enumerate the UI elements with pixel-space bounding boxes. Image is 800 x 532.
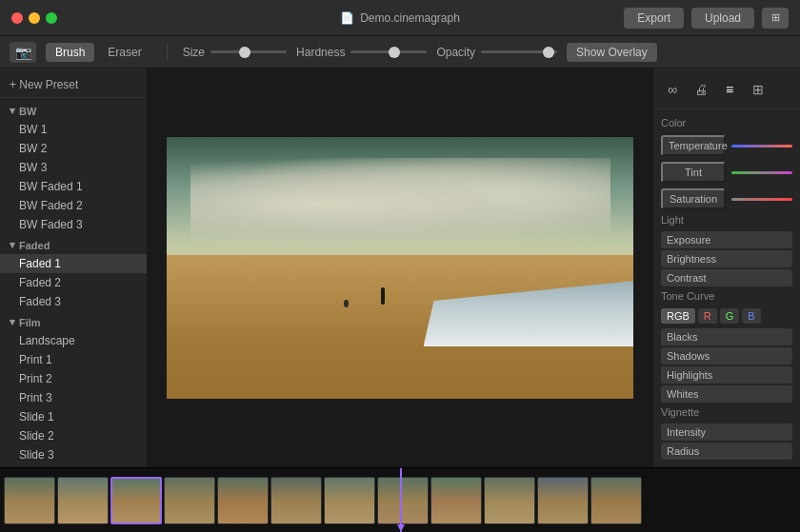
figure-layer xyxy=(381,287,385,305)
brightness-button[interactable]: Brightness xyxy=(661,250,792,267)
playhead[interactable] xyxy=(400,468,402,532)
new-preset-button[interactable]: + New Preset xyxy=(0,74,147,98)
size-slider-thumb[interactable] xyxy=(239,47,250,58)
film-thumb-9[interactable] xyxy=(430,477,482,524)
r-button[interactable]: R xyxy=(698,308,717,324)
exposure-button[interactable]: Exposure xyxy=(661,231,792,248)
size-slider[interactable] xyxy=(210,50,287,53)
preset-print3[interactable]: Print 3 xyxy=(0,388,147,407)
preset-group-bw-header[interactable]: ▾ BW xyxy=(0,102,147,120)
minimize-button[interactable] xyxy=(29,12,40,24)
temperature-button[interactable]: Temperature xyxy=(661,135,726,156)
temperature-slider[interactable] xyxy=(731,145,792,148)
preset-slide1[interactable]: Slide 1 xyxy=(0,407,147,426)
file-icon: 📄 xyxy=(340,11,354,25)
film-thumb-3[interactable] xyxy=(110,477,162,524)
preset-group-faded-header[interactable]: ▾ Faded xyxy=(0,236,147,254)
rgb-button[interactable]: RGB xyxy=(661,308,695,324)
maximize-button[interactable] xyxy=(46,12,57,24)
filmstrip-inner xyxy=(4,475,642,526)
panel-icon-row: ∞ 🖨 ≡ ⊞ xyxy=(653,74,800,109)
saturation-row: Saturation xyxy=(653,186,800,212)
preset-group-film-header[interactable]: ▾ Film xyxy=(0,313,147,331)
infinity-icon[interactable]: ∞ xyxy=(661,78,684,101)
opacity-slider-thumb[interactable] xyxy=(543,47,554,58)
preset-print2[interactable]: Print 2 xyxy=(0,369,147,388)
titlebar-actions: Export Upload ⊞ xyxy=(624,8,789,29)
temperature-row: Temperature xyxy=(653,132,800,159)
grid-icon[interactable]: ⊞ xyxy=(747,78,770,101)
highlights-button[interactable]: Highlights xyxy=(661,366,792,384)
film-thumb-12[interactable] xyxy=(590,477,642,524)
right-panel: ∞ 🖨 ≡ ⊞ Color Temperature Tint Saturatio… xyxy=(652,69,800,467)
light-section-title: Light xyxy=(653,212,800,229)
intensity-button[interactable]: Intensity xyxy=(661,424,792,441)
preset-faded3[interactable]: Faded 3 xyxy=(0,292,147,311)
film-thumb-5[interactable] xyxy=(217,477,269,524)
size-label: Size xyxy=(183,46,205,59)
blacks-button[interactable]: Blacks xyxy=(661,328,792,345)
film-thumb-7[interactable] xyxy=(324,477,375,524)
presets-sidebar: + New Preset ▾ BW BW 1 BW 2 BW 3 BW Fade… xyxy=(0,69,148,467)
preset-slide2[interactable]: Slide 2 xyxy=(0,426,147,445)
preset-landscape[interactable]: Landscape xyxy=(0,331,147,350)
show-overlay-button[interactable]: Show Overlay xyxy=(567,43,657,62)
hardness-slider-thumb[interactable] xyxy=(389,47,400,58)
size-control: Size xyxy=(183,46,287,59)
canvas-area[interactable] xyxy=(148,69,652,467)
hardness-slider[interactable] xyxy=(350,50,427,53)
radius-button[interactable]: Radius xyxy=(661,443,792,460)
upload-button[interactable]: Upload xyxy=(691,8,754,29)
preset-bw1[interactable]: BW 1 xyxy=(0,120,147,139)
titlebar: 📄 Demo.cinemagraph Export Upload ⊞ xyxy=(0,0,800,36)
layout-icon[interactable]: ⊞ xyxy=(762,8,789,29)
preset-group-bw: ▾ BW BW 1 BW 2 BW 3 BW Faded 1 BW Faded … xyxy=(0,102,147,234)
tint-slider[interactable] xyxy=(731,171,792,174)
canvas-image xyxy=(167,137,633,399)
film-thumb-10[interactable] xyxy=(484,477,535,524)
preset-slide3[interactable]: Slide 3 xyxy=(0,445,147,464)
contrast-button[interactable]: Contrast xyxy=(661,269,792,286)
preset-bwfaded3[interactable]: BW Faded 3 xyxy=(0,215,147,234)
preset-bwfaded2[interactable]: BW Faded 2 xyxy=(0,196,147,215)
preset-print1[interactable]: Print 1 xyxy=(0,350,147,369)
saturation-slider[interactable] xyxy=(731,198,792,201)
film-thumb-1[interactable] xyxy=(4,477,55,524)
vignette-section-title: Vignette xyxy=(653,404,800,422)
brush-tool-button[interactable]: Brush xyxy=(46,43,94,62)
tint-button[interactable]: Tint xyxy=(661,162,726,183)
close-button[interactable] xyxy=(11,12,23,24)
preset-bw3[interactable]: BW 3 xyxy=(0,158,147,177)
window-controls xyxy=(11,12,57,24)
clouds-layer xyxy=(190,158,610,249)
saturation-button[interactable]: Saturation xyxy=(661,188,726,209)
film-thumb-2[interactable] xyxy=(57,477,109,524)
film-thumb-11[interactable] xyxy=(537,477,589,524)
toolbar: 📷 Brush Eraser Size Hardness Opacity Sho… xyxy=(0,36,800,69)
preset-group-faded: ▾ Faded Faded 1 Faded 2 Faded 3 xyxy=(0,236,147,311)
opacity-label: Opacity xyxy=(436,46,475,59)
film-thumb-6[interactable] xyxy=(270,477,322,524)
export-button[interactable]: Export xyxy=(624,8,684,29)
preset-group-film: ▾ Film Landscape Print 1 Print 2 Print 3… xyxy=(0,313,147,464)
b-button[interactable]: B xyxy=(742,308,760,324)
eraser-tool-button[interactable]: Eraser xyxy=(98,43,150,62)
chevron-down-icon: ▾ xyxy=(10,105,15,117)
print-icon[interactable]: 🖨 xyxy=(690,78,712,101)
camera-button[interactable]: 📷 xyxy=(10,42,36,63)
preset-bw2[interactable]: BW 2 xyxy=(0,139,147,158)
preset-bwfaded1[interactable]: BW Faded 1 xyxy=(0,177,147,196)
g-button[interactable]: G xyxy=(720,308,740,324)
filmstrip xyxy=(0,467,800,532)
color-section-title: Color xyxy=(653,115,800,132)
sliders-icon[interactable]: ≡ xyxy=(718,78,741,101)
film-thumb-8[interactable] xyxy=(377,477,429,524)
main-area: + New Preset ▾ BW BW 1 BW 2 BW 3 BW Fade… xyxy=(0,69,800,467)
shadows-button[interactable]: Shadows xyxy=(661,347,792,365)
opacity-slider[interactable] xyxy=(481,50,557,53)
film-thumb-4[interactable] xyxy=(164,477,215,524)
preset-faded2[interactable]: Faded 2 xyxy=(0,273,147,292)
whites-button[interactable]: Whites xyxy=(661,385,792,403)
toolbar-separator-1 xyxy=(167,44,168,61)
preset-faded1[interactable]: Faded 1 xyxy=(0,254,147,273)
